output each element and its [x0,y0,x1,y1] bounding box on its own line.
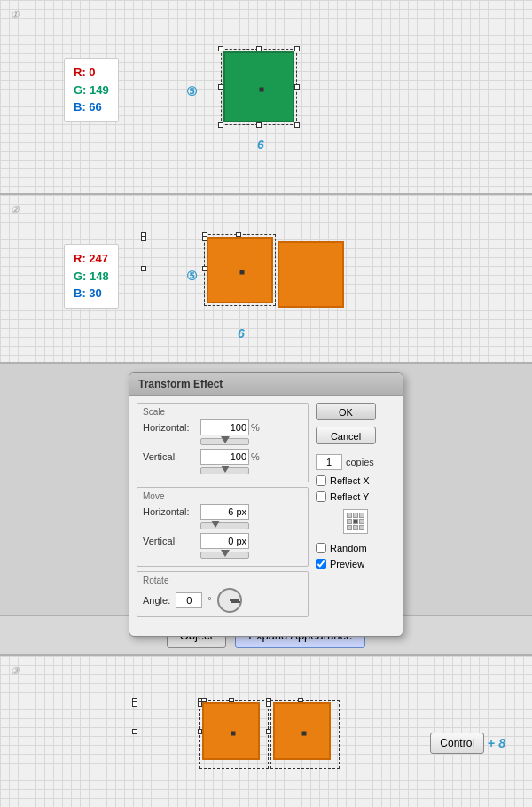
scale-v-input[interactable] [200,449,249,465]
rotate-title: Rotate [143,576,302,585]
canvas-section-3: ③ Control + 8 [0,656,532,807]
move-title: Move [143,491,302,501]
rotate-row: Angle: ° [143,588,302,613]
scale-h-label: Horizontal: [143,422,200,433]
random-row: Random [316,543,367,553]
move-horizontal-row: Horizontal: [143,504,302,520]
random-checkbox[interactable] [316,543,326,553]
step-number-2: ② [11,204,20,215]
move-section: Move Horizontal: Vertical: [137,487,309,567]
scale-horizontal-row: Horizontal: % [143,419,302,435]
scale-h-unit: % [251,422,260,433]
copies-input[interactable] [316,454,342,470]
copies-label: copies [346,457,374,467]
handle2-mr [141,266,146,271]
circle-orange-3-right [273,702,331,760]
scale-section: Scale Horizontal: % Vertical: [137,403,309,482]
circle-orange-3-left [202,702,260,760]
scale-h-slider[interactable] [200,438,249,445]
scale-h-slider-row [143,438,302,445]
scale-v-label: Vertical: [143,451,200,462]
dialog-right-panel: OK Cancel copies Reflect X Reflect Y [316,403,395,622]
circle-orange-left [207,237,273,303]
reflect-y-label: Reflect Y [330,491,369,502]
circle-orange-right [278,241,344,308]
scale-title: Scale [143,407,302,417]
handle-bc [256,122,262,128]
center-dot-1 [260,88,264,92]
reflect-x-checkbox[interactable] [316,475,326,486]
color-g-1: G: 149 [74,82,109,99]
handle-tl [218,46,223,51]
color-label-1: R: 0 G: 149 B: 66 [64,58,119,122]
reflect-y-checkbox[interactable] [316,491,326,502]
color-r-2: R: 247 [74,250,109,268]
move-h-label: Horizontal: [143,506,200,517]
reflect-x-label: Reflect X [330,475,370,486]
plus-icon: + [488,736,495,750]
pattern-grid [347,513,364,530]
degree-symbol: ° [207,595,211,606]
move-v-slider[interactable] [200,552,249,559]
move-v-slider-row [143,552,302,559]
scale-v-slider-row [143,467,302,474]
ok-button[interactable]: OK [316,403,376,420]
preview-label: Preview [330,559,364,569]
color-b-1: B: 66 [74,98,109,116]
angle-input[interactable] [176,592,202,608]
canvas-section-1: ① R: 0 G: 149 B: 66 ⑤ 6 [0,0,532,195]
scale-vertical-row: Vertical: % [143,449,302,465]
circle-container-1 [223,51,294,122]
dialog-body: Scale Horizontal: % Vertical: [129,396,403,629]
handle-mr [294,84,300,90]
color-b-2: B: 30 [74,285,109,302]
center-dot-2 [240,270,245,275]
move-v-label: Vertical: [143,536,200,546]
reflect-x-row: Reflect X [316,475,370,486]
preview-checkbox[interactable] [316,559,326,569]
dialog-title: Transform Effect [129,373,403,396]
color-r-1: R: 0 [74,64,109,82]
dialog-area: Transform Effect Scale Horizontal: % [0,364,532,616]
handle2-br [141,236,146,241]
step-number-1: ① [11,9,20,20]
center-dot-3r [302,732,307,736]
control-bar: Control + 8 [430,733,505,754]
move-h-input[interactable] [200,504,249,520]
count-badge: 8 [498,736,505,750]
reflect-y-row: Reflect Y [316,491,369,502]
center-dot-3l [231,732,236,736]
cancel-button[interactable]: Cancel [316,427,376,444]
dialog-left-panel: Scale Horizontal: % Vertical: [137,403,309,622]
copies-row: copies [316,454,374,470]
handle-tc [256,46,262,51]
canvas-section-2: ② R: 247 G: 148 B: 30 ⑤ 6 [0,195,532,364]
move-v-input[interactable] [200,533,249,549]
pattern-icon[interactable] [343,509,368,534]
dial-svg [219,590,244,615]
handle-ml [218,84,223,90]
color-g-2: G: 148 [74,268,109,286]
scale-v-slider[interactable] [200,467,249,474]
scale-v-unit: % [251,451,260,462]
angle-dial[interactable] [217,588,242,613]
count-label-2: 6 [238,326,245,341]
preview-row: Preview [316,559,364,569]
move-h-slider-row [143,522,302,529]
handle-br [294,122,300,128]
step-number-3: ③ [11,665,20,677]
count-label-1: 6 [257,137,264,152]
arrow-1: ⑤ [186,84,198,98]
color-label-2: R: 247 G: 148 B: 30 [64,244,119,309]
arrow-2: ⑤ [186,269,198,283]
rotate-section: Rotate Angle: ° [137,571,309,617]
control-button[interactable]: Control [430,733,484,754]
transform-effect-dialog: Transform Effect Scale Horizontal: % [129,372,403,637]
move-h-slider[interactable] [200,522,249,529]
angle-label: Angle: [143,595,170,606]
scale-h-input[interactable] [200,419,249,435]
random-label: Random [330,543,367,553]
move-vertical-row: Vertical: [143,533,302,549]
handle-bl [218,122,223,128]
handle-tr [294,46,300,51]
